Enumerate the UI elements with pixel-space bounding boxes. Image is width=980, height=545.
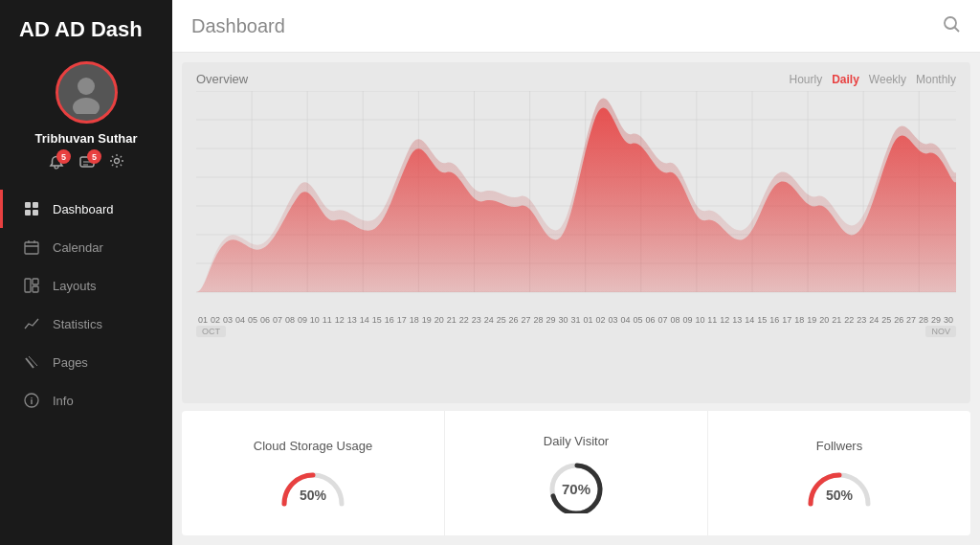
metric-followers: Follwers 50%: [708, 411, 970, 535]
calendar-label: Calendar: [53, 240, 103, 255]
followers-gauge: 50%: [801, 461, 878, 509]
cloud-storage-gauge: 50%: [275, 461, 351, 509]
svg-rect-4: [25, 202, 31, 208]
content-area: Overview Hourly Daily Weekly Monthly: [172, 53, 980, 545]
dashboard-label: Dashboard: [53, 202, 114, 216]
svg-rect-10: [33, 279, 38, 284]
svg-rect-7: [33, 210, 38, 216]
calendar-icon: [22, 239, 41, 255]
sidebar-item-layouts[interactable]: Layouts: [0, 266, 172, 305]
sidebar-logo: AD AD Dash: [0, 0, 172, 52]
svg-point-3: [115, 159, 120, 164]
daily-visitor-value: 70%: [562, 481, 590, 497]
info-icon: [22, 393, 41, 408]
metric-cloud-storage: Cloud Storage Usage 50%: [182, 411, 445, 535]
followers-value: 50%: [826, 488, 853, 503]
logo-dash: AD Dash: [55, 17, 143, 41]
layouts-label: Layouts: [53, 279, 97, 293]
svg-line-16: [955, 27, 960, 32]
page-header: Dashboard: [172, 0, 980, 53]
cloud-storage-value: 50%: [300, 488, 326, 503]
chart-container: Overview Hourly Daily Weekly Monthly: [182, 62, 970, 403]
settings-button[interactable]: [109, 153, 124, 172]
info-label: Info: [53, 394, 74, 408]
filter-weekly[interactable]: Weekly: [869, 73, 906, 86]
notifications-button[interactable]: 5: [48, 154, 65, 171]
sidebar-item-calendar[interactable]: Calendar: [0, 228, 172, 266]
pages-label: Pages: [53, 355, 88, 370]
layouts-icon: [22, 278, 41, 293]
sidebar-item-pages[interactable]: Pages: [0, 343, 172, 381]
cloud-storage-title: Cloud Storage Usage: [254, 439, 372, 453]
statistics-icon: [22, 316, 41, 331]
sidebar-item-info[interactable]: Info: [0, 381, 172, 420]
svg-rect-9: [25, 279, 31, 292]
sidebar: AD AD Dash Tribhuvan Suthar 5: [0, 0, 172, 545]
daily-visitor-title: Daily Visitor: [544, 434, 609, 448]
svg-rect-11: [33, 286, 38, 292]
logo-ad: AD: [19, 17, 55, 41]
messages-button[interactable]: 5: [78, 154, 96, 171]
avatar: [56, 61, 118, 124]
filter-monthly[interactable]: Monthly: [916, 73, 956, 86]
time-filters: Hourly Daily Weekly Monthly: [789, 73, 956, 86]
user-name: Tribhuvan Suthar: [35, 131, 138, 146]
notification-badge: 5: [56, 149, 71, 164]
svg-rect-5: [33, 202, 38, 208]
svg-rect-8: [25, 242, 38, 254]
svg-rect-6: [25, 210, 31, 216]
metric-daily-visitor: Daily Visitor 70%: [445, 411, 708, 535]
pages-icon: [22, 354, 41, 370]
svg-point-0: [78, 78, 95, 95]
avatar-section: Tribhuvan Suthar 5 5: [0, 52, 172, 180]
metrics-row: Cloud Storage Usage 50% Daily Visitor: [182, 411, 970, 535]
statistics-label: Statistics: [53, 317, 102, 331]
filter-hourly[interactable]: Hourly: [789, 73, 822, 86]
svg-point-1: [73, 98, 100, 114]
sidebar-item-statistics[interactable]: Statistics: [0, 305, 172, 343]
overview-label: Overview: [196, 72, 248, 86]
messages-badge: 5: [87, 149, 101, 164]
page-title: Dashboard: [191, 15, 285, 37]
dashboard-icon: [22, 201, 41, 216]
chart-area: 0102030405060708091011121314151617181920…: [196, 91, 956, 337]
chart-header: Overview Hourly Daily Weekly Monthly: [196, 72, 956, 86]
nav-menu: Dashboard Calendar Layouts: [0, 190, 172, 545]
followers-title: Follwers: [816, 439, 862, 453]
sidebar-item-dashboard[interactable]: Dashboard: [0, 190, 172, 228]
daily-visitor-gauge: 70%: [533, 456, 619, 513]
main-content: Dashboard Overview Hourly Daily Weekly M…: [172, 0, 980, 545]
user-actions: 5 5: [48, 153, 124, 172]
svg-point-15: [945, 17, 956, 29]
filter-daily[interactable]: Daily: [832, 73, 859, 86]
search-button[interactable]: [942, 14, 961, 38]
